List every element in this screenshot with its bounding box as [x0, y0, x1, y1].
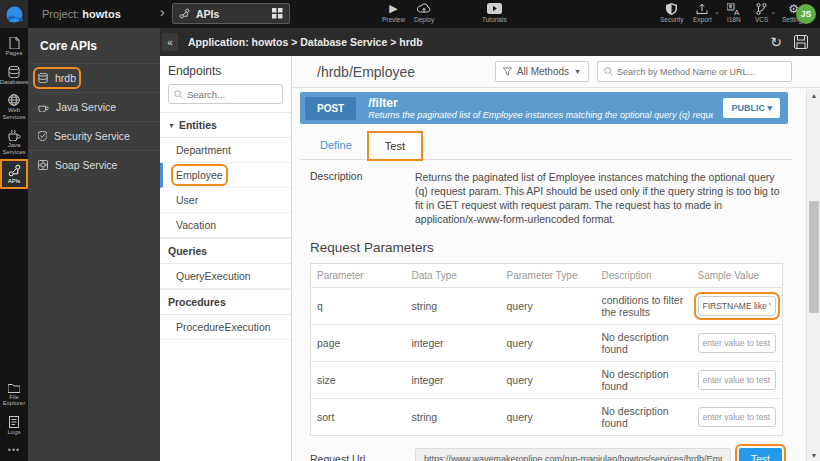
- deploy-button[interactable]: Deploy: [414, 2, 434, 23]
- export-icon: [696, 2, 708, 15]
- rail-item-apis[interactable]: APIs: [0, 159, 28, 189]
- scrollbar-thumb[interactable]: [809, 201, 819, 313]
- description-label: Description: [310, 170, 415, 226]
- group-entities[interactable]: ▼ Entities: [160, 112, 291, 138]
- group-queries[interactable]: Queries: [160, 238, 291, 264]
- sample-value-input-size[interactable]: [698, 370, 776, 390]
- collapse-sidebar-button[interactable]: «: [162, 33, 178, 51]
- main-scrollbar[interactable]: ▲ ▼: [806, 89, 820, 461]
- sidebar-item-security-service[interactable]: Security Service: [28, 121, 160, 150]
- sample-value-input-q[interactable]: [698, 296, 776, 316]
- export-button[interactable]: Export ⌄: [693, 2, 712, 23]
- security-button[interactable]: Security: [660, 2, 683, 23]
- request-url-row: Request Url Test: [300, 436, 792, 461]
- workspace-tab-apis[interactable]: APIs: [172, 3, 290, 24]
- group-procedures[interactable]: Procedures: [160, 289, 291, 315]
- endpoints-title: Endpoints: [160, 56, 291, 84]
- col-parameter-type: Parameter Type: [501, 264, 596, 288]
- top-bar: Project: howtos › APIs ▶ Preview Deploy …: [0, 0, 820, 28]
- sidebar-item-hrdb[interactable]: hrdb: [28, 63, 160, 92]
- core-apis-sidebar: Core APIs hrdb Java Service Security Ser…: [28, 28, 160, 461]
- save-icon[interactable]: [794, 35, 808, 49]
- sidebar-item-soap-service[interactable]: Soap Service: [28, 150, 160, 179]
- table-row-page: page integer query No description found: [311, 325, 783, 362]
- sidebar-item-label: Java Service: [56, 101, 116, 113]
- svg-text:A: A: [734, 7, 740, 15]
- endpoint-item-queryexecution[interactable]: QueryExecution: [160, 264, 291, 289]
- project-label: Project: howtos: [42, 8, 121, 20]
- tutorials-button[interactable]: Tutorials: [482, 2, 507, 23]
- page-icon: [9, 37, 20, 49]
- play-icon: ▶: [389, 2, 397, 15]
- coffee-icon: [38, 102, 49, 112]
- more-icon[interactable]: •••: [8, 439, 20, 461]
- endpoints-search-input[interactable]: [187, 89, 267, 100]
- methods-filter-button[interactable]: All Methods ▼: [495, 61, 589, 82]
- endpoint-item-vacation[interactable]: Vacation: [160, 213, 291, 238]
- application-bar: « Application: howtos > Database Service…: [160, 28, 820, 56]
- endpoint-item-employee[interactable]: Employee: [160, 163, 291, 188]
- apis-icon: [179, 8, 190, 19]
- col-data-type: Data Type: [406, 264, 501, 288]
- triangle-down-icon: ▼: [574, 68, 581, 75]
- left-rail: Pages Databases Web Services Java Servic…: [0, 28, 28, 461]
- video-icon: [487, 2, 502, 15]
- coffee-icon: [8, 129, 21, 141]
- grid-icon[interactable]: [272, 8, 283, 19]
- vcs-button[interactable]: VCS ⌄: [755, 2, 768, 23]
- endpoint-item-user[interactable]: User: [160, 188, 291, 213]
- refresh-icon[interactable]: ↻: [770, 34, 782, 50]
- sidebar-item-label: hrdb: [55, 72, 76, 84]
- operation-row-post-filter[interactable]: POST /filter Returns the paginated list …: [300, 92, 788, 124]
- scroll-down-arrow[interactable]: ▼: [807, 449, 820, 461]
- i18n-button[interactable]: A I18N: [727, 2, 741, 23]
- hrdb-annotation-box: hrdb: [38, 72, 76, 84]
- request-parameters-title: Request Parameters: [300, 232, 792, 261]
- col-sample-value: Sample Value: [692, 264, 783, 288]
- method-search[interactable]: [597, 61, 792, 82]
- chevron-down-icon: ⌄: [771, 8, 777, 16]
- rail-item-logs[interactable]: Logs: [0, 411, 28, 440]
- endpoint-item-department[interactable]: Department: [160, 138, 291, 163]
- scroll-up-arrow[interactable]: ▲: [807, 89, 820, 101]
- operation-path: /filter: [368, 96, 713, 110]
- tab-define[interactable]: Define: [304, 132, 368, 159]
- globe-icon: [8, 94, 20, 106]
- description-row: Description Returns the paginated list o…: [300, 160, 792, 232]
- sidebar-item-label: Security Service: [54, 130, 130, 142]
- visibility-button[interactable]: PUBLIC ▾: [723, 98, 780, 118]
- soap-icon: [38, 160, 48, 170]
- request-url-input[interactable]: [415, 448, 731, 461]
- rail-item-pages[interactable]: Pages: [0, 32, 28, 61]
- test-button[interactable]: Test: [739, 448, 782, 461]
- preview-button[interactable]: ▶ Preview: [382, 2, 405, 23]
- rail-item-web-services[interactable]: Web Services: [0, 89, 28, 124]
- shield-icon: [38, 131, 47, 141]
- table-row-q: q string query conditions to filter the …: [311, 288, 783, 325]
- wavemaker-logo[interactable]: [0, 0, 28, 28]
- endpoints-search[interactable]: [168, 84, 283, 104]
- description-text: Returns the paginated list of Employee i…: [415, 170, 788, 226]
- endpoint-item-procedureexecution[interactable]: ProcedureExecution: [160, 315, 291, 340]
- sample-value-input-page[interactable]: [698, 333, 776, 353]
- tab-test[interactable]: Test: [368, 132, 422, 160]
- workspace-tab-label: APIs: [196, 8, 266, 20]
- endpoints-panel: Endpoints ▼ Entities Department Employee…: [160, 56, 292, 461]
- main-panel: /hrdb/Employee All Methods ▼ POST /filte…: [292, 56, 820, 461]
- shield-icon: [666, 2, 677, 15]
- apis-icon: [8, 164, 21, 177]
- user-avatar[interactable]: JS: [796, 4, 816, 24]
- wavemaker-logo-icon: [6, 6, 23, 23]
- rail-item-databases[interactable]: Databases: [0, 61, 28, 90]
- method-search-input[interactable]: [617, 67, 785, 77]
- page-header: /hrdb/Employee All Methods ▼: [292, 56, 820, 88]
- sample-value-input-sort[interactable]: [698, 407, 776, 427]
- rail-item-java-services[interactable]: Java Services: [0, 124, 28, 159]
- request-url-label: Request Url: [310, 453, 407, 461]
- table-row-sort: sort string query No description found: [311, 399, 783, 436]
- cloud-upload-icon: [417, 2, 431, 15]
- chevron-down-icon: ⌄: [714, 8, 720, 16]
- tabs-bar: Define Test: [300, 132, 792, 160]
- sidebar-item-java-service[interactable]: Java Service: [28, 92, 160, 121]
- rail-item-file-explorer[interactable]: File Explorer: [0, 378, 28, 411]
